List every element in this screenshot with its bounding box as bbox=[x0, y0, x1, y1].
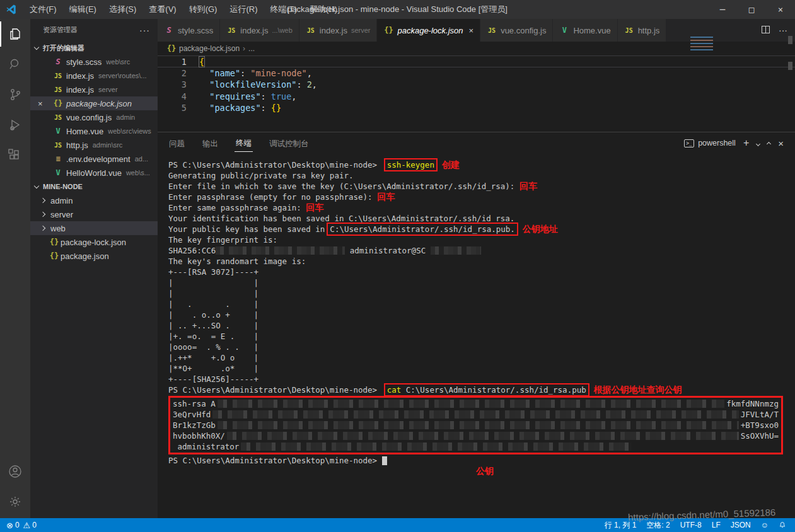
tab-index.js[interactable]: JSindex.js...\web bbox=[220, 19, 299, 42]
js-file-icon: JS bbox=[487, 27, 497, 34]
line-number: 4 bbox=[158, 91, 187, 103]
menu-编辑(E)[interactable]: 编辑(E) bbox=[63, 0, 103, 19]
file-path-hint: web\src bbox=[106, 58, 130, 66]
maximize-button[interactable]: □ bbox=[737, 0, 766, 19]
open-editor-item[interactable]: JSindex.jsserver bbox=[30, 83, 158, 96]
code-editor[interactable]: 1{2 "name": "mine-node",3 "lockfileVersi… bbox=[158, 55, 795, 132]
open-editor-item[interactable]: JShttp.jsadmin\src bbox=[30, 138, 158, 152]
tree-item-web[interactable]: web bbox=[30, 221, 158, 235]
menu-选择(S)[interactable]: 选择(S) bbox=[103, 0, 142, 19]
run-debug-icon[interactable] bbox=[0, 110, 30, 140]
key-fragment: +BT9sxo0 bbox=[741, 420, 779, 431]
terminal-text: | . o..o + | bbox=[168, 309, 258, 320]
vscode-window: 文件(F)编辑(E)选择(S)查看(V)转到(G)运行(R)终端(T)帮助(H)… bbox=[0, 0, 795, 532]
minimize-button[interactable]: ─ bbox=[708, 0, 737, 19]
terminal-line: | | bbox=[168, 277, 786, 288]
code-line: 5 "packages": {} bbox=[158, 102, 795, 114]
close-panel-icon[interactable]: × bbox=[778, 138, 784, 149]
tree-item-package.json[interactable]: {}package.json bbox=[30, 249, 158, 263]
file-name: .env.development bbox=[66, 154, 131, 164]
sass-file-icon: S bbox=[164, 26, 174, 35]
open-editor-item[interactable]: JSvue.config.jsadmin bbox=[30, 110, 158, 124]
token: "requires" bbox=[209, 91, 260, 101]
terminal-text: C:\Users\Administrator/.ssh/id_rsa.pub bbox=[401, 385, 586, 395]
code-text: "packages": {} bbox=[187, 102, 281, 114]
panel-tab-终端[interactable]: 终端 bbox=[235, 134, 253, 152]
token: : bbox=[240, 68, 250, 78]
open-editor-item[interactable]: ≡.env.developmentad... bbox=[30, 152, 158, 166]
problems-status[interactable]: ⊗ 0 bbox=[6, 521, 20, 530]
terminal-line: Enter same passphrase again: 回车 bbox=[168, 202, 786, 213]
settings-gear-icon[interactable] bbox=[0, 487, 30, 517]
menu-转到(G)[interactable]: 转到(G) bbox=[183, 0, 224, 19]
more-actions-icon[interactable]: ··· bbox=[779, 25, 787, 35]
search-icon[interactable] bbox=[0, 49, 30, 79]
open-editor-item[interactable]: ×{}package-lock.json bbox=[30, 96, 158, 110]
breadcrumb-file[interactable]: package-lock.json bbox=[179, 44, 240, 53]
breadcrumb-more[interactable]: ... bbox=[248, 44, 255, 53]
explorer-icon[interactable] bbox=[0, 19, 30, 49]
panel-tab-输出[interactable]: 输出 bbox=[201, 135, 219, 152]
panel-tab-调试控制台[interactable]: 调试控制台 bbox=[268, 135, 310, 152]
blurred-text bbox=[216, 246, 345, 255]
json-file-icon: {} bbox=[166, 44, 177, 53]
new-terminal-icon[interactable]: + bbox=[743, 137, 749, 149]
code-line: 3 "lockfileVersion": 2, bbox=[158, 79, 795, 91]
breadcrumb[interactable]: {} package-lock.json › ... bbox=[158, 42, 255, 55]
shell-name[interactable]: powershell bbox=[698, 139, 736, 147]
explorer-more-actions-icon[interactable]: ··· bbox=[139, 25, 150, 35]
menu-查看(V)[interactable]: 查看(V) bbox=[142, 0, 182, 19]
status-UTF-8[interactable]: UTF-8 bbox=[680, 521, 702, 529]
line-number: 1 bbox=[158, 56, 187, 67]
terminal-line: PS C:\Users\Administrator\Desktop\mine-n… bbox=[168, 159, 786, 170]
open-editors-list: Sstyle.scssweb\srcJSindex.jsserver\route… bbox=[30, 55, 158, 180]
terminal-dropdown-icon[interactable] bbox=[757, 139, 760, 147]
key-fragment: ssh-rsa A bbox=[173, 398, 216, 409]
split-editor-icon[interactable] bbox=[762, 25, 770, 35]
notifications-bell-icon[interactable] bbox=[779, 521, 786, 530]
source-control-icon[interactable] bbox=[0, 79, 30, 110]
sidebar-explorer: 资源管理器 ··· 打开的编辑器 Sstyle.scssweb\srcJSind… bbox=[30, 19, 158, 518]
terminal-output[interactable]: PS C:\Users\Administrator\Desktop\mine-n… bbox=[168, 159, 786, 477]
warnings-status[interactable]: ⚠ 0 bbox=[23, 521, 37, 530]
code-text: "lockfileVersion": 2, bbox=[187, 79, 317, 91]
open-editor-item[interactable]: JSindex.jsserver\routes\... bbox=[30, 69, 158, 83]
close-icon[interactable]: × bbox=[38, 99, 43, 108]
tab-Home.vue[interactable]: VHome.vue bbox=[553, 19, 617, 42]
tab-vue.config.js[interactable]: JSvue.config.js bbox=[480, 19, 553, 42]
close-button[interactable]: × bbox=[766, 0, 795, 19]
tab-style.scss[interactable]: Sstyle.scss bbox=[158, 19, 220, 42]
error-icon: ⊗ bbox=[6, 521, 13, 530]
tree-item-server[interactable]: server bbox=[30, 207, 158, 221]
minimap[interactable] bbox=[690, 37, 713, 50]
status-JSON[interactable]: JSON bbox=[731, 521, 751, 529]
terminal-command: cat bbox=[387, 385, 402, 395]
tab-package-lock.json[interactable]: {}package-lock.json× bbox=[377, 19, 480, 42]
open-editor-item[interactable]: Sstyle.scssweb\src bbox=[30, 55, 158, 69]
open-editor-item[interactable]: VHelloWorld.vueweb\s... bbox=[30, 166, 158, 180]
feedback-smiley-icon[interactable]: ☺ bbox=[761, 521, 769, 529]
panel-tab-问题[interactable]: 问题 bbox=[168, 135, 186, 152]
terminal-text: Enter passphrase (empty for no passphras… bbox=[168, 192, 377, 202]
open-editor-item[interactable]: VHome.vueweb\src\views bbox=[30, 124, 158, 138]
tree-item-admin[interactable]: admin bbox=[30, 194, 158, 207]
account-icon[interactable] bbox=[0, 456, 30, 487]
token: : bbox=[296, 79, 306, 90]
line-number: 5 bbox=[158, 102, 187, 114]
blurred-text bbox=[227, 432, 739, 440]
extensions-icon[interactable] bbox=[0, 140, 30, 170]
tab-index.js[interactable]: JSindex.jsserver bbox=[299, 19, 378, 42]
red-highlight-box: ssh-keygen bbox=[384, 158, 438, 171]
open-editors-section[interactable]: 打开的编辑器 bbox=[30, 41, 158, 55]
tree-item-package-lock.json[interactable]: {}package-lock.json bbox=[30, 235, 158, 249]
maximize-panel-icon[interactable] bbox=[767, 139, 770, 147]
menu-文件(F)[interactable]: 文件(F) bbox=[23, 0, 63, 19]
tab-http.js[interactable]: JShttp.js bbox=[618, 19, 667, 42]
status-2[interactable]: 空格: 2 bbox=[646, 520, 670, 531]
workspace-section[interactable]: MINE-NODE bbox=[30, 180, 158, 194]
menu-运行(R)[interactable]: 运行(R) bbox=[223, 0, 264, 19]
file-name: admin bbox=[50, 196, 73, 205]
status-11[interactable]: 行 1, 列 1 bbox=[605, 520, 637, 531]
close-icon[interactable]: × bbox=[469, 26, 474, 35]
status-LF[interactable]: LF bbox=[712, 521, 721, 529]
